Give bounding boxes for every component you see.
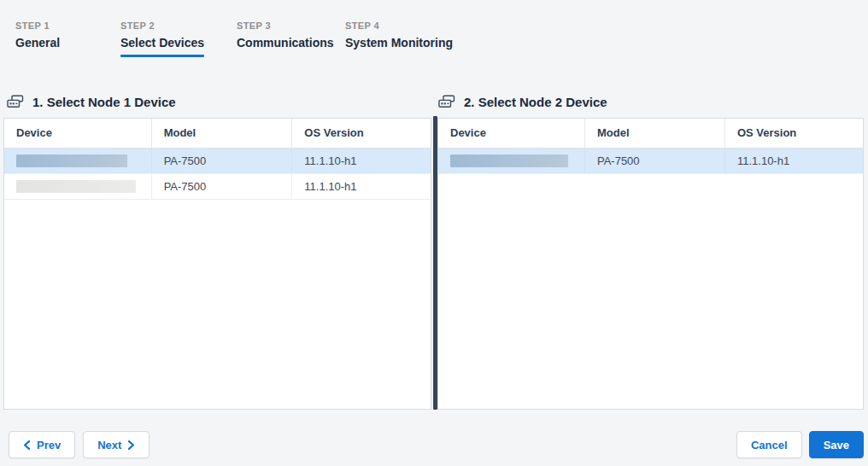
device-cell xyxy=(438,149,584,174)
step-number: STEP 2 xyxy=(120,20,237,31)
node2-device-table-container: Device Model OS Version PA-7500 11.1.10-… xyxy=(437,118,864,410)
redacted-device-name xyxy=(16,154,127,167)
node2-panel-header: 2. Select Node 2 Device xyxy=(438,93,864,110)
save-button[interactable]: Save xyxy=(809,431,864,458)
step-label: Communications xyxy=(237,36,334,50)
device-icon xyxy=(438,95,455,108)
model-cell: PA-7500 xyxy=(151,149,292,174)
device-cell xyxy=(4,174,151,200)
node2-panel-title: 2. Select Node 2 Device xyxy=(464,95,607,109)
device-icon xyxy=(7,95,24,108)
table-header-row: Device Model OS Version xyxy=(438,119,863,149)
node1-device-table: Device Model OS Version PA-7500 11.1.10-… xyxy=(4,119,431,200)
table-row[interactable]: PA-7500 11.1.10-h1 xyxy=(4,149,431,174)
device-selection-panels: 1. Select Node 1 Device Device Model OS … xyxy=(0,93,868,410)
chevron-left-icon xyxy=(23,440,31,450)
node1-device-table-container: Device Model OS Version PA-7500 11.1.10-… xyxy=(3,118,431,410)
step-label: Select Devices xyxy=(120,36,204,57)
next-button[interactable]: Next xyxy=(83,431,150,458)
step-item-select-devices[interactable]: STEP 2 Select Devices xyxy=(120,20,237,57)
model-cell: PA-7500 xyxy=(584,149,724,174)
nav-buttons: Prev Next xyxy=(9,431,150,458)
node1-panel: 1. Select Node 1 Device Device Model OS … xyxy=(3,93,431,410)
os-version-cell: 11.1.10-h1 xyxy=(292,174,431,200)
action-buttons: Cancel Save xyxy=(736,431,864,458)
prev-button-label: Prev xyxy=(37,439,61,451)
node2-device-table: Device Model OS Version PA-7500 11.1.10-… xyxy=(438,119,863,174)
column-header-model: Model xyxy=(584,119,724,149)
device-cell xyxy=(4,149,151,174)
step-label: General xyxy=(15,36,60,50)
table-row[interactable]: PA-7500 11.1.10-h1 xyxy=(438,149,863,174)
step-label: System Monitoring xyxy=(345,36,453,50)
column-header-model: Model xyxy=(151,119,292,149)
node2-panel: 2. Select Node 2 Device Device Model OS … xyxy=(437,93,864,410)
os-version-cell: 11.1.10-h1 xyxy=(292,149,431,174)
wizard-footer: Prev Next Cancel Save xyxy=(0,431,868,458)
model-cell: PA-7500 xyxy=(151,174,292,200)
cancel-button-label: Cancel xyxy=(751,439,788,451)
table-header-row: Device Model OS Version xyxy=(4,119,431,149)
redacted-device-name xyxy=(16,180,136,193)
table-row[interactable]: PA-7500 11.1.10-h1 xyxy=(4,174,431,200)
prev-button[interactable]: Prev xyxy=(9,431,75,458)
node1-panel-title: 1. Select Node 1 Device xyxy=(32,95,176,109)
save-button-label: Save xyxy=(824,439,849,451)
column-header-device: Device xyxy=(438,119,584,149)
column-header-os-version: OS Version xyxy=(292,119,431,149)
cancel-button[interactable]: Cancel xyxy=(736,431,802,458)
step-number: STEP 3 xyxy=(237,20,345,31)
step-item-communications[interactable]: STEP 3 Communications xyxy=(237,20,345,57)
step-wizard: STEP 1 General STEP 2 Select Devices STE… xyxy=(0,0,868,57)
next-button-label: Next xyxy=(97,439,121,451)
step-number: STEP 4 xyxy=(345,20,453,31)
step-item-system-monitoring[interactable]: STEP 4 System Monitoring xyxy=(345,20,453,57)
redacted-device-name xyxy=(450,154,568,167)
step-item-general[interactable]: STEP 1 General xyxy=(15,20,120,57)
column-header-device: Device xyxy=(4,119,151,149)
step-number: STEP 1 xyxy=(15,20,120,31)
node1-panel-header: 1. Select Node 1 Device xyxy=(7,93,431,110)
column-header-os-version: OS Version xyxy=(724,119,863,149)
chevron-right-icon xyxy=(127,440,135,450)
os-version-cell: 11.1.10-h1 xyxy=(724,149,863,174)
